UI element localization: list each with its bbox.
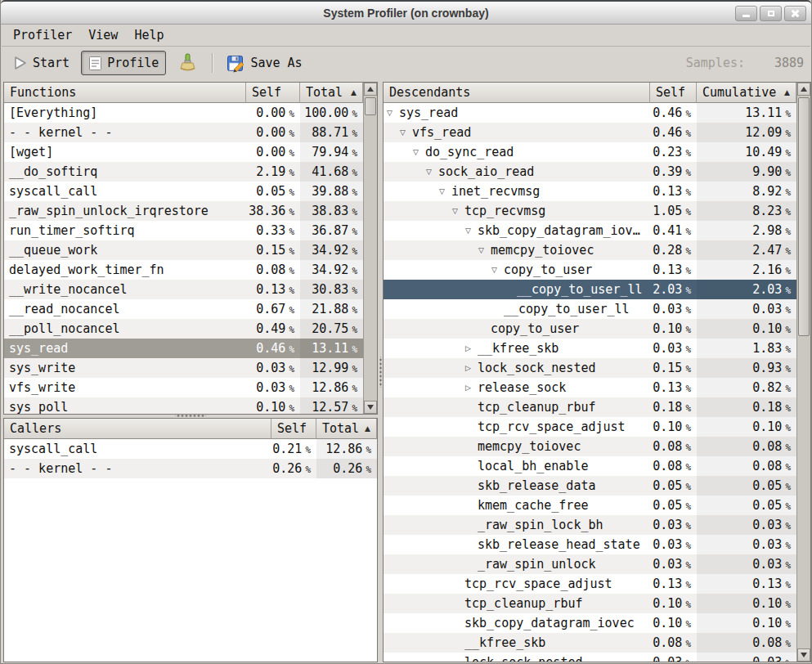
- titlebar[interactable]: System Profiler (on crownbay): [1, 0, 811, 25]
- descendants-table-row[interactable]: ▽tcp_recvmsg1.05%8.23%: [384, 201, 796, 221]
- cumulative-column-header[interactable]: Cumulative ▲: [697, 83, 796, 103]
- descendants-table-row[interactable]: __copy_to_user_ll0.03%0.03%: [384, 299, 796, 319]
- functions-column-header[interactable]: Functions: [4, 83, 246, 103]
- descendants-table-row[interactable]: copy_to_user0.10%0.10%: [384, 319, 796, 339]
- functions-table-row[interactable]: __do_softirq2.19%41.68%: [4, 162, 363, 182]
- functions-scrollbar[interactable]: [363, 83, 377, 414]
- descendants-table-row[interactable]: ▷__kfree_skb0.03%1.83%: [384, 339, 796, 358]
- expander-collapsed-icon[interactable]: ▷: [465, 378, 478, 397]
- functions-table-row[interactable]: _raw_spin_unlock_irqrestore38.36%38.83%: [4, 201, 363, 221]
- self-column-header[interactable]: Self: [271, 419, 316, 439]
- total-column-header[interactable]: Total ▲: [300, 83, 363, 103]
- expander-open-icon[interactable]: ▽: [439, 182, 451, 201]
- functions-table-row[interactable]: [Everything]0.00%100.00%: [4, 103, 363, 123]
- descendants-table-row[interactable]: ▽skb_copy_datagram_iov…0.41%2.98%: [384, 221, 796, 240]
- expander-open-icon[interactable]: ▽: [413, 142, 425, 162]
- scroll-up-button[interactable]: [797, 83, 810, 96]
- minimize-button[interactable]: [735, 6, 757, 21]
- expander-open-icon[interactable]: ▽: [491, 260, 504, 280]
- menu-profiler[interactable]: Profiler: [5, 26, 80, 44]
- descendants-table-row[interactable]: ▽sock_aio_read0.39%9.90%: [384, 162, 796, 182]
- descendants-table-row[interactable]: local_bh_enable0.08%0.08%: [384, 456, 796, 476]
- expander-open-icon[interactable]: ▽: [452, 201, 464, 221]
- expander-collapsed-icon[interactable]: ▷: [465, 358, 478, 378]
- row-name-cell: __poll_nocancel: [4, 319, 246, 339]
- functions-table-row[interactable]: - - kernel - -0.00%88.71%: [4, 123, 363, 142]
- descendants-table-row[interactable]: tcp_rcv_space_adjust0.10%0.10%: [384, 417, 796, 437]
- brush-icon: [177, 53, 197, 73]
- functions-table-row[interactable]: delayed_work_timer_fn0.08%34.92%: [4, 260, 363, 280]
- descendants-table-row[interactable]: _raw_spin_lock_bh0.03%0.03%: [384, 515, 796, 535]
- start-button[interactable]: Start: [7, 51, 76, 75]
- self-percent: 0.08%: [246, 260, 300, 280]
- functions-table-row[interactable]: __read_nocancel0.67%21.88%: [4, 299, 363, 319]
- descendants-table-row[interactable]: kmem_cache_free0.05%0.05%: [384, 496, 796, 515]
- self-percent: 0.15%: [650, 358, 697, 378]
- scroll-down-button[interactable]: [797, 648, 810, 662]
- descendants-table-row[interactable]: tcp_cleanup_rbuf0.10%0.10%: [384, 594, 796, 613]
- expander-open-icon[interactable]: ▽: [465, 221, 478, 240]
- maximize-button[interactable]: [760, 6, 782, 21]
- descendants-table-row[interactable]: __kfree_skb0.08%0.08%: [384, 633, 796, 653]
- descendants-column-header[interactable]: Descendants: [384, 83, 650, 103]
- descendants-table-row[interactable]: ▽sys_read0.46%13.11%: [384, 103, 796, 123]
- descendants-table-row[interactable]: _raw_spin_unlock0.03%0.03%: [384, 554, 796, 574]
- descendants-table-row[interactable]: __copy_to_user_ll2.03%2.03%: [384, 280, 796, 299]
- functions-table-row[interactable]: sys_read0.46%13.11%: [4, 339, 363, 358]
- self-column-header[interactable]: Self: [246, 83, 300, 103]
- descendants-table-row[interactable]: skb_release_head_state0.03%0.03%: [384, 535, 796, 554]
- scroll-up-button[interactable]: [364, 83, 377, 96]
- menu-help[interactable]: Help: [126, 26, 172, 44]
- descendants-table-row[interactable]: ▽copy_to_user0.13%2.16%: [384, 260, 796, 280]
- expander-open-icon[interactable]: ▽: [426, 162, 438, 182]
- total-column-header[interactable]: Total ▲: [316, 419, 377, 439]
- descendants-table-row[interactable]: ▽inet_recvmsg0.13%8.92%: [384, 182, 796, 201]
- function-name-label: vfs_read: [412, 125, 471, 140]
- expander-open-icon[interactable]: ▽: [387, 103, 399, 123]
- self-percent: 2.19%: [246, 162, 300, 182]
- functions-table-row[interactable]: __write_nocancel0.13%30.83%: [4, 280, 363, 299]
- row-name-cell: kmem_cache_free: [384, 496, 650, 515]
- menu-view[interactable]: View: [80, 26, 126, 44]
- descendants-table-row[interactable]: ▽vfs_read0.46%12.09%: [384, 123, 796, 142]
- scroll-down-button[interactable]: [364, 401, 377, 414]
- profile-toggle-button[interactable]: Profile: [81, 51, 166, 75]
- row-name-cell: [Everything]: [4, 103, 246, 123]
- descendants-table-row[interactable]: ▽memcpy_toiovec0.28%2.47%: [384, 240, 796, 260]
- descendants-scrollbar[interactable]: [796, 83, 810, 662]
- descendants-table-row[interactable]: skb_copy_datagram_iovec0.10%0.10%: [384, 613, 796, 633]
- row-name-cell: sys_write: [4, 358, 246, 378]
- arrow-up-icon: [801, 87, 807, 92]
- functions-table-row[interactable]: run_timer_softirq0.33%36.87%: [4, 221, 363, 240]
- expander-open-icon[interactable]: ▽: [400, 123, 412, 142]
- scrollbar-thumb[interactable]: [798, 97, 810, 336]
- descendants-table-row[interactable]: skb_release_data0.05%0.05%: [384, 476, 796, 496]
- expander-open-icon[interactable]: ▽: [478, 240, 491, 260]
- functions-table-row[interactable]: vfs_write0.03%12.86%: [4, 378, 363, 397]
- functions-table-row[interactable]: sys_poll0.10%12.57%: [4, 397, 363, 414]
- descendants-table-row[interactable]: tcp_rcv_space_adjust0.13%0.13%: [384, 574, 796, 594]
- total-percent: 12.99%: [300, 358, 363, 378]
- descendants-table-row[interactable]: tcp_cleanup_rbuf0.18%0.18%: [384, 397, 796, 417]
- functions-table-row[interactable]: __queue_work0.15%34.92%: [4, 240, 363, 260]
- descendants-table-row[interactable]: memcpy_toiovec0.08%0.08%: [384, 437, 796, 456]
- total-percent: 2.03%: [697, 280, 796, 299]
- callers-column-header[interactable]: Callers: [4, 419, 271, 439]
- descendants-table-row[interactable]: lock_sock_nested0.03%0.03%: [384, 653, 796, 662]
- close-button[interactable]: [784, 6, 806, 21]
- scrollbar-thumb[interactable]: [365, 97, 376, 115]
- reset-brush-button[interactable]: [171, 51, 204, 75]
- save-as-button[interactable]: Save As: [220, 51, 308, 75]
- self-column-header[interactable]: Self: [650, 83, 697, 103]
- descendants-table-row[interactable]: ▽do_sync_read0.23%10.49%: [384, 142, 796, 162]
- expander-collapsed-icon[interactable]: ▷: [465, 339, 478, 358]
- descendants-table-row[interactable]: ▷lock_sock_nested0.15%0.93%: [384, 358, 796, 378]
- callers-table-row[interactable]: syscall_call0.21%12.86%: [4, 439, 377, 459]
- descendants-table-row[interactable]: ▷release_sock0.13%0.82%: [384, 378, 796, 397]
- functions-table-row[interactable]: syscall_call0.05%39.88%: [4, 182, 363, 201]
- functions-table-row[interactable]: __poll_nocancel0.49%20.75%: [4, 319, 363, 339]
- functions-table-row[interactable]: [wget]0.00%79.94%: [4, 142, 363, 162]
- functions-table-row[interactable]: sys_write0.03%12.99%: [4, 358, 363, 378]
- total-percent: 0.13%: [697, 574, 796, 594]
- callers-table-row[interactable]: - - kernel - -0.26%0.26%: [4, 459, 377, 478]
